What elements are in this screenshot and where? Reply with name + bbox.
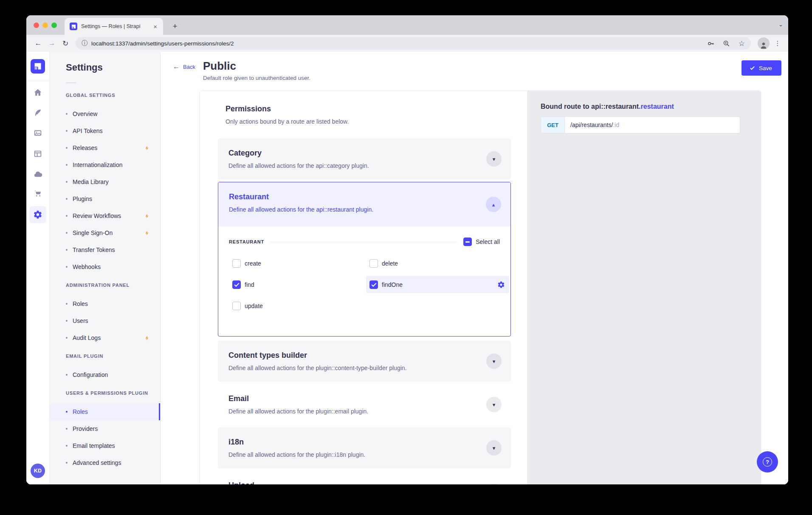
sidebar-item-users[interactable]: Users xyxy=(50,312,160,329)
sidebar-item-webhooks[interactable]: Webhooks xyxy=(50,258,160,275)
sidebar-item-audit-logs[interactable]: Audit Logs xyxy=(50,329,160,346)
user-avatar[interactable]: KD xyxy=(31,464,45,478)
sidebar-item-configuration[interactable]: Configuration xyxy=(50,366,160,383)
restaurant-permissions-body: RESTAURANT Select all create xyxy=(218,226,510,336)
sidebar-item-plugins[interactable]: Plugins xyxy=(50,190,160,207)
select-all-checkbox[interactable] xyxy=(463,238,472,246)
browser-forward-button[interactable]: → xyxy=(45,37,59,50)
accordion-upload: Upload ▾ xyxy=(218,471,511,484)
create-checkbox[interactable] xyxy=(232,259,241,268)
sidebar-item-roles[interactable]: Roles xyxy=(50,403,160,420)
sidebar-item-admin-roles[interactable]: Roles xyxy=(50,295,160,312)
bookmark-star-icon[interactable]: ☆ xyxy=(739,39,745,48)
permission-findone[interactable]: findOne xyxy=(366,276,509,293)
home-icon[interactable] xyxy=(29,84,46,101)
accordion-list: Category Define all allowed actions for … xyxy=(218,139,511,484)
media-library-icon[interactable] xyxy=(29,125,46,141)
find-checkbox[interactable] xyxy=(232,280,241,289)
content-manager-feather-icon[interactable] xyxy=(29,104,46,121)
marketplace-cart-icon[interactable] xyxy=(29,185,46,202)
chevron-up-icon[interactable]: ▴ xyxy=(486,197,501,212)
chevron-down-icon[interactable]: ▾ xyxy=(486,484,502,484)
new-tab-button[interactable]: + xyxy=(169,20,181,32)
sidebar-item-internationalization[interactable]: Internationalization xyxy=(50,156,160,173)
traffic-lights xyxy=(34,23,57,28)
password-key-icon[interactable] xyxy=(707,40,714,47)
group-label: RESTAURANT xyxy=(229,239,264,244)
sidebar-title-divider xyxy=(66,82,76,83)
close-window-button[interactable] xyxy=(34,23,39,28)
save-button[interactable]: Save xyxy=(742,60,781,76)
page-header: ← Back Public Default role given to unau… xyxy=(161,52,788,91)
sidebar-item-advanced-settings[interactable]: Advanced settings xyxy=(50,454,160,471)
lightning-icon xyxy=(144,145,150,151)
tab-search-chevron-icon[interactable]: ⌄ xyxy=(778,21,783,28)
sidebar-item-releases[interactable]: Releases xyxy=(50,139,160,156)
permission-find[interactable]: find xyxy=(232,276,254,293)
back-link[interactable]: ← Back xyxy=(173,63,195,71)
sidebar-item-review-workflows[interactable]: Review Workflows xyxy=(50,207,160,224)
chevron-down-icon[interactable]: ▾ xyxy=(486,440,502,456)
accordion-email-header[interactable]: Email Define all allowed actions for the… xyxy=(218,384,511,425)
accordion-category-header[interactable]: Category Define all allowed actions for … xyxy=(218,139,511,179)
question-mark-icon: ? xyxy=(763,457,772,467)
advanced-settings-gear-icon[interactable] xyxy=(497,281,505,289)
section-administration-panel: ADMINISTRATION PANEL xyxy=(50,283,160,290)
sidebar-item-single-sign-on[interactable]: Single Sign-On xyxy=(50,224,160,241)
group-divider xyxy=(270,242,457,242)
tab-title: Settings — Roles | Strapi xyxy=(81,23,152,29)
tab-close-icon[interactable]: × xyxy=(152,23,158,30)
permissions-subtitle: Only actions bound by a route are listed… xyxy=(226,118,349,125)
browser-profile-avatar[interactable] xyxy=(758,37,770,49)
accordion-restaurant-header[interactable]: Restaurant Define all allowed actions fo… xyxy=(218,182,510,226)
accordion-ctb-header[interactable]: Content types builder Define all allowed… xyxy=(218,341,511,382)
permission-update[interactable]: update xyxy=(232,297,263,314)
back-arrow-icon: ← xyxy=(173,63,180,71)
main-nav-rail: KD xyxy=(26,52,50,484)
section-users-permissions-plugin: USERS & PERMISSIONS PLUGIN xyxy=(50,390,160,398)
nav-divider xyxy=(26,81,50,81)
help-button[interactable]: ? xyxy=(757,451,778,473)
accordion-email: Email Define all allowed actions for the… xyxy=(218,384,511,425)
browser-tab[interactable]: Settings — Roles | Strapi × xyxy=(65,18,163,35)
restaurant-group-row: RESTAURANT Select all xyxy=(229,238,500,246)
accordion-upload-header[interactable]: Upload ▾ xyxy=(218,471,511,484)
accordion-restaurant: Restaurant Define all allowed actions fo… xyxy=(218,182,511,337)
strapi-app: KD Settings GLOBAL SETTINGS Overview API… xyxy=(26,52,788,484)
strapi-logo-icon[interactable] xyxy=(31,59,45,74)
url-text[interactable]: localhost:1337/admin/settings/users-perm… xyxy=(91,40,699,47)
section-email-plugin: EMAIL PLUGIN xyxy=(50,354,160,361)
minimize-window-button[interactable] xyxy=(42,23,48,28)
permission-create[interactable]: create xyxy=(232,255,261,272)
lightning-icon xyxy=(144,213,150,219)
sidebar-item-overview[interactable]: Overview xyxy=(50,105,160,122)
content-type-builder-icon[interactable] xyxy=(29,145,46,162)
findone-checkbox[interactable] xyxy=(369,280,378,289)
select-all-label: Select all xyxy=(476,238,500,245)
accordion-i18n-header[interactable]: i18n Define all allowed actions for the … xyxy=(218,427,511,468)
route-path: /api/restaurants/:id xyxy=(565,117,619,133)
chevron-down-icon[interactable]: ▾ xyxy=(486,354,502,369)
accordion-i18n: i18n Define all allowed actions for the … xyxy=(218,427,511,468)
sidebar-item-media-library[interactable]: Media Library xyxy=(50,173,160,190)
browser-back-button[interactable]: ← xyxy=(31,37,45,50)
browser-reload-button[interactable]: ↻ xyxy=(59,37,72,50)
site-info-icon[interactable]: ⓘ xyxy=(82,40,87,47)
permission-delete[interactable]: delete xyxy=(369,255,398,272)
settings-gear-icon[interactable] xyxy=(29,206,46,223)
url-bar[interactable]: ⓘ localhost:1337/admin/settings/users-pe… xyxy=(76,37,751,50)
chevron-down-icon[interactable]: ▾ xyxy=(486,397,502,412)
browser-toolbar: ← → ↻ ⓘ localhost:1337/admin/settings/us… xyxy=(26,35,788,52)
delete-checkbox[interactable] xyxy=(369,259,378,268)
cloud-icon[interactable] xyxy=(29,166,46,183)
zoom-window-button[interactable] xyxy=(51,23,57,28)
lightning-icon xyxy=(144,335,150,341)
zoom-in-icon[interactable] xyxy=(723,40,730,47)
sidebar-item-transfer-tokens[interactable]: Transfer Tokens xyxy=(50,241,160,258)
chevron-down-icon[interactable]: ▾ xyxy=(486,151,502,167)
sidebar-item-api-tokens[interactable]: API Tokens xyxy=(50,122,160,139)
sidebar-item-providers[interactable]: Providers xyxy=(50,420,160,437)
sidebar-item-email-templates[interactable]: Email templates xyxy=(50,437,160,454)
browser-menu-icon[interactable]: ⋮ xyxy=(772,37,783,49)
update-checkbox[interactable] xyxy=(232,302,241,310)
